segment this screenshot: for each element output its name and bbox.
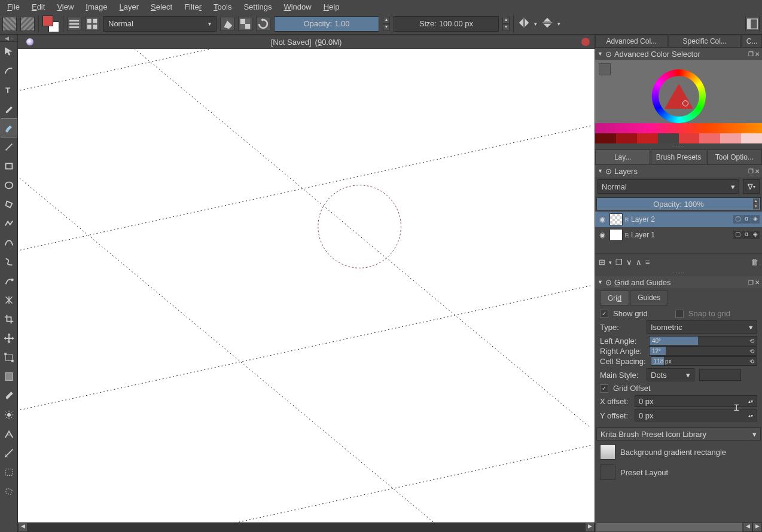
fg-bg-color[interactable] (42, 16, 59, 32)
menu-view[interactable]: View (52, 1, 78, 13)
mirror-h-dropdown[interactable]: ▾ (534, 21, 537, 27)
bezier-tool[interactable] (1, 233, 17, 252)
toolbox-handle[interactable]: ◀ ▫ (0, 35, 17, 42)
layer-opacity-slider[interactable]: Opacity: 100% ▴▾ (596, 197, 761, 210)
reload-preset-icon[interactable] (256, 17, 270, 31)
menu-filter[interactable]: Filter (179, 1, 206, 13)
mirror-v-dropdown[interactable]: ▾ (557, 21, 560, 27)
preset-library-select[interactable]: Krita Brush Preset Icon Library▾ (596, 427, 761, 441)
grid-type-select[interactable]: Isometric▾ (647, 320, 757, 334)
delete-layer-icon[interactable]: 🗑 (751, 258, 758, 267)
size-spinner[interactable]: ▴▾ (502, 17, 510, 31)
menu-layer[interactable]: Layer (114, 1, 144, 13)
move-up-icon[interactable]: ∧ (636, 258, 642, 267)
move-down-icon[interactable]: ∨ (626, 258, 632, 267)
float-panel-icon[interactable]: ❐ (748, 51, 754, 57)
grid-tab[interactable]: Grid (600, 291, 629, 305)
edit-shapes-tool[interactable] (1, 61, 17, 80)
library-item[interactable]: Background gradient rectangle (595, 442, 762, 462)
show-grid-checkbox[interactable] (600, 310, 608, 318)
close-panel-icon[interactable]: ✕ (755, 51, 760, 57)
color-picker-tool[interactable] (1, 386, 17, 405)
tab-adv-color[interactable]: Advanced Col... (595, 35, 668, 48)
float-panel-icon[interactable]: ❐ (748, 168, 754, 175)
panel-layers-header[interactable]: ▼⊙ Layers ❐✕ (595, 165, 762, 177)
layer-row[interactable]: ◉ ⎘ Layer 1 ▢α◈ (595, 227, 762, 243)
color-selector[interactable] (595, 60, 762, 143)
move-tool[interactable] (1, 329, 17, 348)
smart-fill-tool[interactable] (1, 405, 17, 424)
panel-grid-header[interactable]: ▼⊙ Grid and Guides ❐✕ (595, 276, 762, 288)
right-hscroll[interactable]: ◀▶ (596, 522, 762, 532)
tab-brush-presets[interactable]: Brush Presets (651, 149, 706, 165)
cell-spacing-slider[interactable]: 118 px⟲ (651, 356, 757, 366)
calligraphy-tool[interactable] (1, 99, 17, 118)
left-angle-slider[interactable]: 40°⟲ (649, 336, 757, 346)
menu-help[interactable]: Help (319, 1, 345, 13)
polygon-tool[interactable] (1, 195, 17, 214)
tab-layers[interactable]: Lay... (595, 149, 650, 165)
snap-grid-checkbox[interactable] (675, 310, 684, 318)
close-document-icon[interactable] (581, 38, 590, 46)
mirror-vertical-icon[interactable] (541, 16, 554, 31)
line-tool[interactable] (1, 137, 17, 157)
blend-mode-select[interactable]: Normal▾ (103, 16, 217, 32)
pattern-swatch-icon[interactable] (20, 17, 35, 31)
layer-row[interactable]: ◉ ⎘ Layer 2 ▢α◈ (595, 212, 762, 227)
size-field[interactable]: Size: 100.00 px (394, 16, 499, 32)
layer-name[interactable]: Layer 2 (631, 215, 731, 224)
menu-window[interactable]: Window (279, 1, 316, 13)
assistant-tool[interactable] (1, 424, 17, 444)
color-history-2[interactable] (595, 133, 762, 143)
eraser-toggle-icon[interactable] (220, 17, 234, 31)
brush-settings-icon[interactable] (67, 17, 81, 31)
canvas-hscroll[interactable]: ◀▶ (18, 522, 595, 532)
right-angle-slider[interactable]: 12°⟲ (649, 346, 757, 356)
menu-settings[interactable]: Settings (239, 1, 276, 13)
freehand-brush-tool[interactable] (1, 118, 17, 137)
opacity-field[interactable]: Opacity: 1.00 (274, 16, 379, 32)
alpha-lock-icon[interactable] (238, 17, 252, 31)
inherit-alpha-icon[interactable]: ◈ (751, 215, 760, 224)
visibility-icon[interactable]: ◉ (598, 215, 607, 224)
duplicate-layer-icon[interactable]: ❐ (615, 258, 623, 267)
alpha-icon[interactable]: α (742, 231, 751, 239)
add-layer-icon[interactable]: ⊞ (599, 258, 605, 267)
transform-tool-2[interactable] (1, 348, 17, 367)
layer-filter-icon[interactable]: ∇▾ (743, 179, 760, 194)
menu-image[interactable]: Image (81, 1, 112, 13)
visibility-icon[interactable]: ◉ (598, 231, 607, 239)
tab-spec-color[interactable]: Specific Col... (669, 35, 742, 48)
dynamic-brush-tool[interactable] (1, 271, 17, 291)
inherit-alpha-icon[interactable]: ◈ (751, 231, 760, 239)
guides-tab[interactable]: Guides (630, 291, 668, 305)
main-style-select[interactable]: Dots▾ (647, 368, 694, 381)
menu-tools[interactable]: Tools (209, 1, 236, 13)
grid-color-swatch[interactable] (699, 369, 741, 381)
layer-link-icon[interactable]: ⎘ (625, 216, 629, 223)
layer-properties-icon[interactable]: ≡ (645, 258, 650, 267)
freehand-path-tool[interactable] (1, 252, 17, 271)
polyline-tool[interactable] (1, 214, 17, 233)
multibrush-tool[interactable] (1, 291, 17, 310)
panel-adv-color-header[interactable]: ▼⊙ Advanced Color Selector ❐✕ (595, 48, 762, 60)
layer-blend-select[interactable]: Normal▾ (598, 179, 739, 194)
select-rect-tool[interactable] (1, 463, 17, 482)
gradient-swatch-icon[interactable] (2, 17, 17, 31)
text-tool[interactable]: T (1, 80, 17, 99)
brush-presets-icon[interactable] (85, 17, 99, 31)
close-panel-icon[interactable]: ✕ (755, 279, 760, 286)
workspace-chooser-icon[interactable] (745, 17, 760, 31)
crop-tool[interactable] (1, 310, 17, 329)
library-item[interactable]: Preset Layout (595, 462, 762, 482)
color-selector-settings-icon[interactable] (599, 63, 611, 75)
mirror-horizontal-icon[interactable] (517, 16, 531, 31)
color-history-1[interactable] (595, 123, 762, 133)
measure-tool[interactable] (1, 444, 17, 463)
lock-icon[interactable]: ▢ (733, 231, 742, 239)
canvas[interactable] (18, 49, 595, 522)
tab-c[interactable]: C... (742, 35, 762, 48)
transform-tool[interactable] (1, 42, 17, 61)
lock-icon[interactable]: ▢ (733, 215, 742, 224)
menu-select[interactable]: Select (146, 1, 177, 13)
